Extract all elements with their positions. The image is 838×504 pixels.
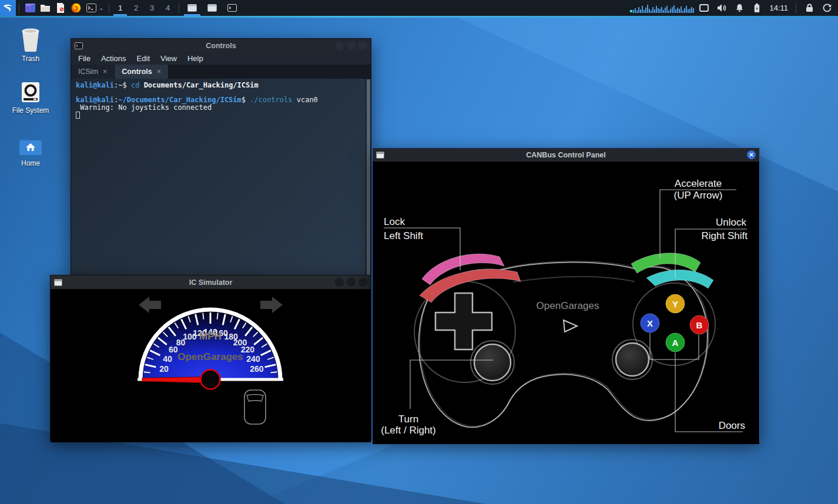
canbus-canvas: Y X B A OpenGarages Accelerate (373, 162, 759, 444)
desktop-icon-label: Trash (6, 55, 55, 63)
desktop-icon-home[interactable]: Home (6, 136, 55, 167)
controller-diagram: Y X B A OpenGarages Accelerate (373, 162, 759, 442)
workspace-1[interactable]: 1 (112, 0, 128, 16)
terminal-content[interactable]: kali@kali:~$ cd Documents/Car_Hacking/IC… (71, 79, 371, 275)
taskbar-window-button-2[interactable] (202, 0, 222, 16)
wallpaper-highlight (0, 16, 838, 18)
right-turn-signal-icon (260, 297, 283, 313)
right-trigger-teal (646, 270, 713, 288)
workspace-2[interactable]: 2 (128, 0, 144, 16)
left-turn-signal-icon (139, 297, 161, 313)
left-stick (474, 344, 511, 381)
workspace-3[interactable]: 3 (144, 0, 160, 16)
right-bumper-green (631, 253, 700, 273)
chevron-down-icon[interactable]: ⌄ (99, 5, 106, 11)
label-lock-key: Left Shift (384, 230, 423, 241)
close-button[interactable] (358, 278, 367, 287)
terminal-window: Controls FileActionsEditViewHelp ICSim ×… (71, 38, 371, 276)
top-panel: ⌄ 1234 14:11 (0, 0, 838, 16)
dpad (435, 293, 492, 350)
terminal-titlebar[interactable]: Controls (71, 39, 371, 52)
minimize-button[interactable] (335, 41, 344, 50)
label-turn: Turn (398, 414, 418, 425)
label-lock: Lock (384, 216, 405, 227)
notifications-icon[interactable] (732, 0, 747, 16)
panel-separator (109, 3, 109, 14)
button-b-label: B (696, 320, 703, 330)
gauge-hub (201, 370, 220, 389)
clock[interactable]: 14:11 (767, 4, 790, 12)
tab-close-icon[interactable]: × (157, 68, 161, 76)
trash-icon (6, 27, 55, 52)
desktop-icon-label: Home (6, 159, 55, 167)
svg-text:260: 260 (250, 364, 264, 374)
workspace-4[interactable]: 4 (160, 0, 176, 16)
button-a-label: A (672, 338, 679, 348)
controller-brand: OpenGarages (537, 300, 599, 311)
terminal-line: Warning: No joysticks connected (76, 104, 363, 112)
gauge-unit: MPH (199, 331, 222, 342)
file-manager-icon[interactable] (38, 0, 53, 16)
icsim-window-icon (54, 279, 62, 286)
session-icon[interactable] (819, 0, 834, 16)
canbus-window-icon (376, 152, 384, 159)
window-app-icon[interactable] (22, 0, 38, 16)
window-title: Controls (71, 42, 371, 50)
label-unlock: Unlock (716, 217, 746, 228)
text-editor-icon[interactable] (53, 0, 68, 16)
canbus-window: CANBus Control Panel ✕ (372, 147, 760, 442)
label-accelerate-key: (UP Arrow) (674, 190, 723, 201)
terminal-line (76, 111, 363, 119)
svg-text:20: 20 (159, 364, 169, 374)
icsim-titlebar[interactable]: IC Simulator (51, 275, 371, 289)
lock-icon[interactable] (802, 0, 817, 16)
label-accelerate: Accelerate (675, 178, 722, 189)
label-unlock-key: Right Shift (702, 230, 748, 241)
cpu-graph[interactable] (633, 2, 694, 14)
window-title: IC Simulator (51, 278, 371, 287)
desktop-icon-trash[interactable]: Trash (6, 27, 55, 63)
canbus-titlebar[interactable]: CANBus Control Panel ✕ (373, 148, 759, 162)
taskbar-window-button-1[interactable] (182, 0, 202, 16)
battery-icon[interactable] (749, 0, 765, 16)
workspace-switcher: 1234 (112, 0, 176, 16)
desktop-icon-filesystem[interactable]: File System (6, 81, 55, 115)
volume-icon[interactable] (714, 0, 729, 16)
scrollbar-thumb[interactable] (367, 79, 370, 275)
terminal-scrollbar[interactable] (366, 79, 371, 275)
tab-label: Controls (122, 68, 152, 76)
menu-actions[interactable]: Actions (101, 54, 126, 63)
menu-file[interactable]: File (78, 54, 90, 63)
minimize-button[interactable] (723, 150, 732, 159)
right-stick (616, 343, 649, 376)
terminal-icon[interactable] (83, 0, 99, 16)
maximize-button[interactable] (347, 41, 356, 50)
svg-text:40: 40 (163, 354, 172, 364)
close-button[interactable] (358, 41, 367, 50)
firefox-icon[interactable] (68, 0, 83, 16)
menu-edit[interactable]: Edit (137, 54, 150, 63)
kali-menu-icon[interactable] (0, 0, 16, 16)
tab-close-icon[interactable]: × (103, 68, 107, 76)
tab-icsim[interactable]: ICSim × (71, 65, 115, 79)
icsim-window: IC Simulator 2040608 (50, 275, 371, 441)
panel-separator (19, 3, 19, 14)
taskbar-terminal-button[interactable] (222, 0, 242, 16)
close-button[interactable]: ✕ (747, 150, 756, 159)
minimize-button[interactable] (335, 278, 344, 287)
menu-help[interactable]: Help (187, 54, 203, 63)
panel-separator (796, 3, 796, 14)
home-folder-icon (6, 136, 55, 156)
tab-controls[interactable]: Controls × (115, 65, 169, 79)
drive-icon (6, 81, 55, 103)
window-title: CANBus Control Panel (373, 151, 759, 159)
terminal-tabbar: ICSim × Controls × (71, 65, 371, 79)
maximize-button[interactable] (735, 150, 744, 159)
terminal-cursor (76, 112, 80, 119)
gauge-brand: OpenGarages (177, 351, 243, 362)
display-icon[interactable] (696, 0, 712, 16)
menu-view[interactable]: View (160, 54, 177, 63)
maximize-button[interactable] (347, 278, 356, 287)
button-y-label: Y (672, 299, 678, 309)
play-triangle-sketch (564, 320, 577, 332)
